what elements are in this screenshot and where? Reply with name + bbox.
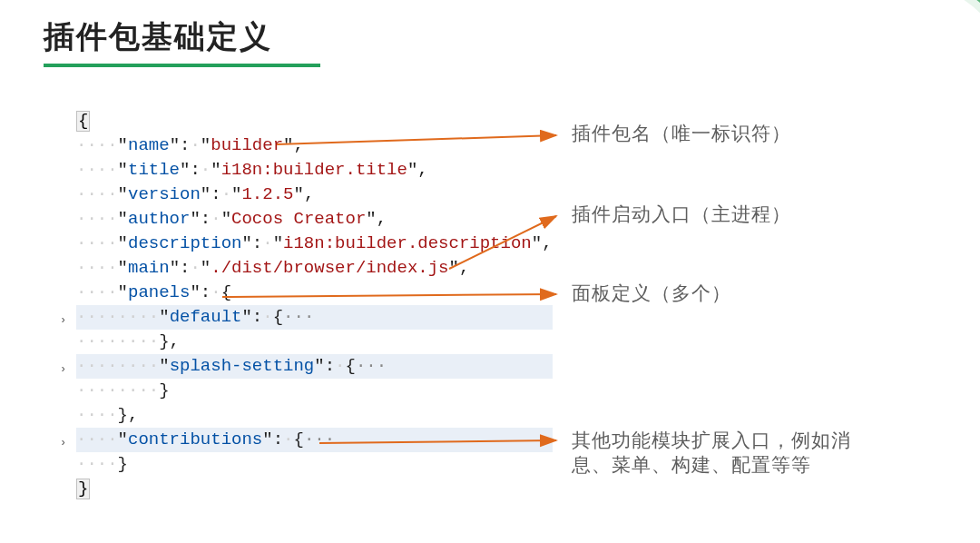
code-line-default: ›········"default":·{··· — [76, 305, 553, 330]
code-line: } — [76, 477, 553, 501]
slide-title: 插件包基础定义 — [44, 16, 272, 58]
annotation-main: 插件启动入口（主进程） — [572, 202, 791, 226]
code-line: ····} — [76, 452, 553, 477]
fold-caret-icon: › — [60, 431, 66, 456]
title-underline — [44, 64, 320, 67]
annotation-name: 插件包名（唯一标识符） — [572, 121, 791, 145]
corner-decoration — [889, 0, 980, 91]
code-line-panels: ····"panels":·{ — [76, 281, 553, 305]
fold-caret-icon: › — [60, 358, 66, 382]
code-line-contributions: ›····"contributions":·{··· — [76, 428, 553, 452]
annotation-contributions: 其他功能模块扩展入口，例如消息、菜单、构建、配置等等 — [572, 428, 862, 477]
code-line-description: ····"description":·"i18n:builder.descrip… — [76, 232, 553, 256]
code-line-name: ····"name":·"builder", — [76, 133, 553, 158]
code-line-splash: ›········"splash-setting":·{··· — [76, 354, 553, 379]
code-block: { ····"name":·"builder", ····"title":·"i… — [76, 109, 553, 501]
code-line: { — [76, 109, 553, 133]
fold-caret-icon: › — [60, 309, 66, 333]
code-line-version: ····"version":·"1.2.5", — [76, 183, 553, 207]
code-line-main: ····"main":·"./dist/browser/index.js", — [76, 256, 553, 281]
code-line: ········}, — [76, 330, 553, 354]
code-line: ········} — [76, 379, 553, 403]
code-line-author: ····"author":·"Cocos Creator", — [76, 207, 553, 232]
annotation-panels: 面板定义（多个） — [572, 281, 731, 305]
code-line: ····}, — [76, 403, 553, 428]
code-line-title: ····"title":·"i18n:builder.title", — [76, 158, 553, 183]
